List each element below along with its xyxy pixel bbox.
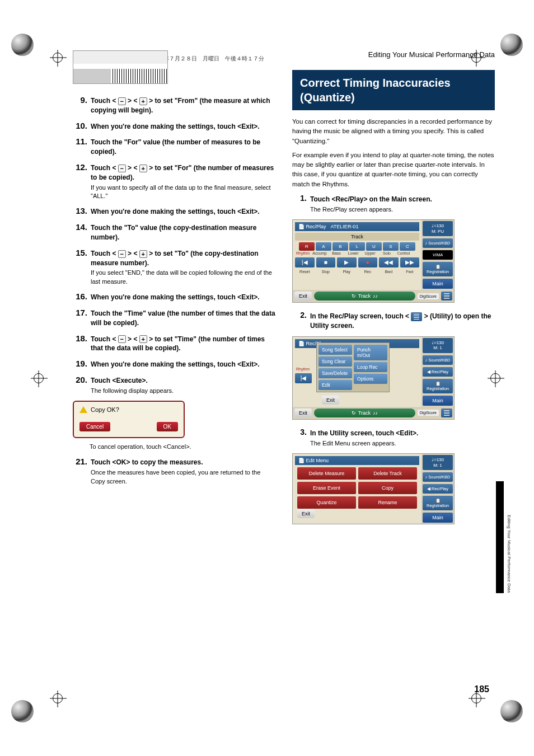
left-column: 9.Touch < − > < + > to set "From" (the m… <box>73 50 275 532</box>
minus-button[interactable]: − <box>118 335 126 343</box>
edit-delete-track[interactable]: Delete Track <box>358 467 417 480</box>
body-paragraph: For example even if you intend to play a… <box>292 151 495 189</box>
fwd-button[interactable]: ▶▶ <box>400 257 420 267</box>
edit-quantize[interactable]: Quantize <box>297 496 356 509</box>
track-label: Lower <box>345 251 361 255</box>
step-title: In the Rec/Play screen, touch < > (Utili… <box>310 312 495 331</box>
track-button-c[interactable]: C <box>400 242 415 251</box>
track-button-a[interactable]: A <box>316 242 331 251</box>
util-song-select[interactable]: Song Select <box>318 345 352 355</box>
util-options[interactable]: Options <box>354 374 387 384</box>
cancel-note: To cancel operation, touch <Cancel>. <box>90 443 275 451</box>
keyboard-illustration <box>73 50 168 84</box>
crop-orb-br <box>500 700 523 722</box>
track-pill[interactable]: ↻ Track ♪♪ <box>314 408 415 417</box>
utility-icon[interactable] <box>441 292 452 300</box>
stop-button[interactable]: ■ <box>316 257 336 267</box>
play-button[interactable]: ▶ <box>337 257 357 267</box>
warning-icon <box>79 406 87 413</box>
minus-button[interactable]: − <box>118 250 126 258</box>
plus-button[interactable]: + <box>139 335 147 343</box>
plus-button[interactable]: + <box>139 250 147 258</box>
side-soundkbd[interactable]: ♪ Sound/KBD <box>423 472 453 482</box>
track-button-r[interactable]: R <box>299 242 315 251</box>
utility-popup: Song SelectSong ClearSave/DeleteEdit Pun… <box>316 342 390 392</box>
step-note: If you want to specify all of the data u… <box>91 184 275 201</box>
track-button-b[interactable]: B <box>332 242 348 251</box>
ok-button[interactable]: OK <box>157 422 178 431</box>
section-title: Correct Timing Inaccuracies (Quantize) <box>292 70 495 110</box>
reg-mark-bl <box>53 693 63 703</box>
transport-label: Play <box>337 270 357 274</box>
step-title: Touch <OK> to copy the measures. <box>91 458 275 467</box>
utility-icon[interactable] <box>441 408 452 417</box>
transport-label: Reset <box>295 270 315 274</box>
copy-confirm-dialog: Copy OK? Cancel OK <box>73 401 185 438</box>
side-soundkbd[interactable]: ♪ Sound/KBD <box>423 355 453 365</box>
reg-mark-br <box>471 693 481 703</box>
track-button-l[interactable]: L <box>349 242 365 251</box>
crop-orb-tr <box>500 34 523 56</box>
side-main[interactable]: Main <box>423 396 453 406</box>
exit-button[interactable]: Exit <box>294 292 312 300</box>
step-note: The Rec/Play screen appears. <box>310 205 495 214</box>
step-number: 16. <box>73 292 87 302</box>
track-pill[interactable]: ↻ Track ♪♪ <box>314 292 415 300</box>
edit-erase-event[interactable]: Erase Event <box>297 482 356 494</box>
util-save-delete[interactable]: Save/Delete <box>318 368 352 378</box>
utility-icon <box>411 312 422 321</box>
side-registration[interactable]: 📋 Registration <box>423 379 453 393</box>
track-label: Upper <box>362 251 378 255</box>
side-main[interactable]: Main <box>423 513 453 523</box>
util-edit[interactable]: Edit <box>318 380 352 390</box>
exit-inner-button[interactable]: Exit <box>322 396 339 405</box>
digiscore-button[interactable]: DigiScore <box>418 293 439 299</box>
exit-button[interactable]: Exit <box>297 509 315 518</box>
edit-copy[interactable]: Copy <box>358 482 417 494</box>
util-loop-rec[interactable]: Loop Rec <box>354 362 387 372</box>
edit-rename[interactable]: Rename <box>358 496 417 509</box>
side-recplay[interactable]: ◀ Rec/Play <box>423 367 453 377</box>
right-column: Editing Your Musical Performance Data Co… <box>292 50 495 532</box>
edit-delete-measure[interactable]: Delete Measure <box>297 467 356 480</box>
reg-mark-ml <box>34 373 44 383</box>
step-note: Once the measures have been copied, you … <box>91 468 275 486</box>
dialog-message: Copy OK? <box>91 406 119 413</box>
bwd-button[interactable]: ◀◀ <box>379 257 399 267</box>
transport-label: Rec <box>358 270 378 274</box>
side-recplay[interactable]: ◀ Rec/Play <box>423 484 453 494</box>
tempo-display: ♩=130M: 1 <box>423 338 453 353</box>
screen-title: 📄 Rec/Play <box>298 224 326 229</box>
util-punch-in-out[interactable]: Punch In/Out <box>354 345 387 360</box>
minus-button[interactable]: − <box>118 97 126 105</box>
step-title: Touch the "For" value (the number of mea… <box>91 138 275 157</box>
screen-title: 📄 Edit Menu <box>298 458 329 463</box>
rec-button[interactable]: ● <box>358 257 378 267</box>
reg-mark-tr <box>471 53 481 63</box>
exit-button[interactable]: Exit <box>294 408 312 417</box>
reg-mark-mr <box>490 373 500 383</box>
reg-mark-tl <box>53 53 63 63</box>
step-title: In the Utility screen, touch <Edit>. <box>310 429 495 438</box>
step-title: When you're done making the settings, to… <box>91 360 275 369</box>
side-registration[interactable]: 📋 Registration <box>423 262 453 276</box>
plus-button[interactable]: + <box>139 165 147 172</box>
reset-button[interactable]: |◀ <box>295 373 312 383</box>
side-vima[interactable]: VIMA <box>423 250 453 260</box>
tempo-display: ♩=130M: PU <box>423 221 453 236</box>
track-button-u[interactable]: U <box>366 242 382 251</box>
side-soundkbd[interactable]: ♪ Sound/KBD <box>423 238 453 248</box>
digiscore-button[interactable]: DigiScore <box>418 410 439 416</box>
step-number: 9. <box>73 95 87 115</box>
side-main[interactable]: Main <box>423 279 453 289</box>
plus-button[interactable]: + <box>139 97 147 105</box>
minus-button[interactable]: − <box>118 165 126 172</box>
util-song-clear[interactable]: Song Clear <box>318 356 352 367</box>
step-note: The Edit Menu screen appears. <box>310 439 495 448</box>
reset-button[interactable]: |◀ <box>295 257 315 267</box>
song-name: ATELIER-01 <box>331 224 359 229</box>
side-tab-text: Editing Your Musical Performance Data <box>507 515 512 593</box>
cancel-button[interactable]: Cancel <box>79 422 110 431</box>
track-button-s[interactable]: S <box>383 242 399 251</box>
side-registration[interactable]: 📋 Registration <box>423 496 453 510</box>
